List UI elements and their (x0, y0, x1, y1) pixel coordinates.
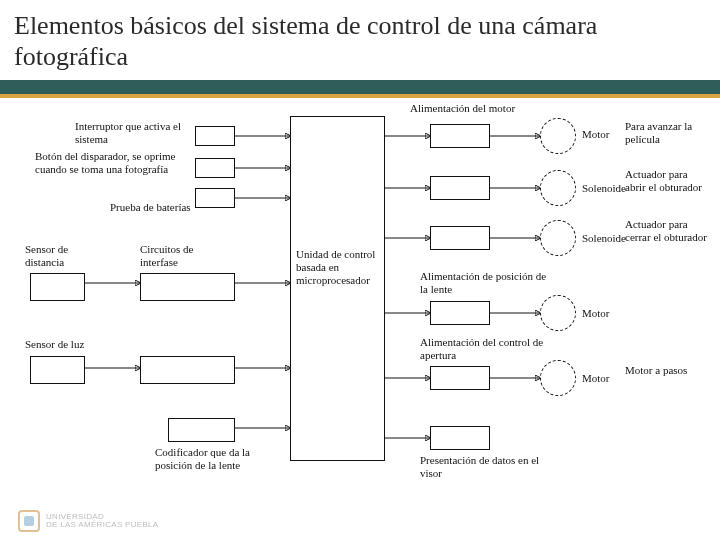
circuitos-label: Circuitos de interfase (140, 243, 230, 268)
codificador-label: Codificador que da la posición de la len… (155, 446, 275, 471)
alim-apertura-box (430, 366, 490, 390)
alim-apertura-label: Alimentación del control de apertura (420, 336, 550, 361)
cerrar-obturador-label: Actuador para cerrar el obturador (625, 218, 710, 243)
footer-line2: DE LAS AMÉRICAS PUEBLA (46, 521, 158, 529)
sensor-luz-box (30, 356, 85, 384)
input-bateria-label: Prueba de baterías (110, 201, 210, 214)
logo-icon (18, 510, 40, 532)
sensor-distancia-box (30, 273, 85, 301)
divider-teal (0, 80, 720, 94)
circuitos-box-1 (140, 273, 235, 301)
motor-circle-3 (540, 360, 576, 396)
solenoide1-driver-box (430, 176, 490, 200)
central-unit-label: Unidad de control basada en microprocesa… (296, 248, 381, 286)
motor-circle-2 (540, 295, 576, 331)
sensor-distancia-label: Sensor de distancia (25, 243, 95, 268)
alim-lente-box (430, 301, 490, 325)
alim-lente-label: Alimentación de posición de la lente (420, 270, 550, 295)
alim-motor-box (430, 124, 490, 148)
footer-text: UNIVERSIDAD DE LAS AMÉRICAS PUEBLA (46, 513, 158, 529)
input-boton-box (195, 158, 235, 178)
footer-logo: UNIVERSIDAD DE LAS AMÉRICAS PUEBLA (18, 510, 158, 532)
input-interruptor-box (195, 126, 235, 146)
solenoide2-circle (540, 220, 576, 256)
motor3-label: Motor (582, 372, 622, 385)
input-boton-label: Botón del disparador, se oprime cuando s… (35, 150, 190, 175)
codificador-box (168, 418, 235, 442)
motor-label-1: Motor (582, 128, 622, 141)
motor2-label: Motor (582, 307, 622, 320)
sensor-luz-label: Sensor de luz (25, 338, 105, 351)
abrir-obturador-label: Actuador para abrir el obturador (625, 168, 710, 193)
page-title: Elementos básicos del sistema de control… (0, 0, 720, 80)
solenoide2-driver-box (430, 226, 490, 250)
motor-pasos-label: Motor a pasos (625, 364, 695, 377)
alim-motor-label: Alimentación del motor (410, 102, 540, 115)
presentacion-box (430, 426, 490, 450)
input-interruptor-label: Interruptor que activa el sistema (75, 120, 190, 145)
solenoide1-circle (540, 170, 576, 206)
central-unit-box (290, 116, 385, 461)
block-diagram: Unidad de control basada en microprocesa… (0, 98, 720, 518)
motor-circle-1 (540, 118, 576, 154)
avanzar-label: Para avanzar la película (625, 120, 705, 145)
presentacion-label: Presentación de datos en el visor (420, 454, 560, 479)
circuitos-box-2 (140, 356, 235, 384)
